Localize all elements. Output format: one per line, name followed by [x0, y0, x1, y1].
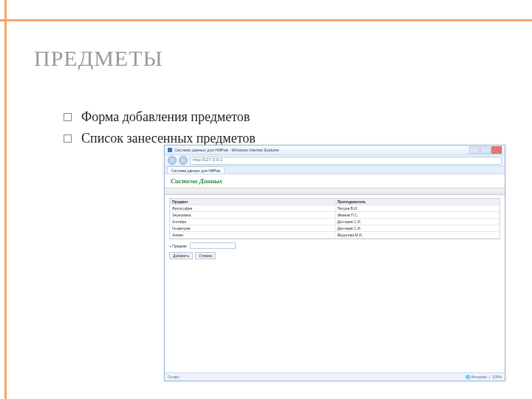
subjects-table: Предмет Преподаватель Философия Петров В… — [169, 198, 500, 239]
add-subject-form: + Предмет — [169, 242, 500, 249]
table-row: Экономика Иванов П.С. — [170, 212, 499, 219]
site-heading: Система Данных — [165, 174, 505, 188]
zoom-level: 100% — [492, 375, 502, 379]
col-header-subject: Предмет — [170, 199, 335, 205]
table-header-row: Предмет Преподаватель — [170, 199, 499, 205]
status-net: Интернет — [471, 375, 488, 379]
cell-teacher: Дегтярев С.И. — [335, 225, 500, 231]
cell-subject: Философия — [170, 205, 335, 211]
form-buttons: Добавить Отмена — [169, 252, 500, 259]
globe-icon: 🌐 — [466, 375, 470, 379]
accent-border-top — [0, 0, 532, 21]
cell-teacher: Дегтярев С.И. — [335, 219, 500, 225]
close-button[interactable] — [491, 146, 502, 154]
status-right: 🌐 Интернет | 100% — [466, 375, 502, 379]
address-bar[interactable]: http://127.0.0.1 — [190, 157, 502, 165]
window-title: Система данных для НИРов - Windows Inter… — [174, 148, 279, 152]
table-row: Химия Федотова М.И. — [170, 232, 499, 239]
col-header-teacher: Преподаватель — [335, 199, 500, 205]
submit-button[interactable]: Добавить — [169, 252, 193, 259]
cell-teacher: Иванов П.С. — [335, 212, 500, 218]
favicon-icon — [168, 148, 172, 152]
cell-subject: Алгебра — [170, 219, 335, 225]
table-row: Геометрия Дегтярев С.И. — [170, 225, 499, 232]
screenshot-browser-window: Система данных для НИРов - Windows Inter… — [164, 145, 505, 381]
form-label: + Предмет — [169, 244, 188, 248]
browser-toolbar: http://127.0.0.1 — [165, 155, 505, 166]
table-row: Алгебра Дегтярев С.И. — [170, 219, 499, 225]
browser-tab[interactable]: Система данных для НИРов — [167, 166, 225, 174]
maximize-button[interactable] — [480, 146, 491, 154]
cell-teacher: Петров В.И. — [335, 205, 500, 211]
page-content: Система Данных Предмет Преподаватель Фил… — [165, 174, 505, 372]
cell-subject: Химия — [170, 232, 335, 238]
cell-subject: Экономика — [170, 212, 335, 218]
window-controls — [469, 146, 502, 154]
subject-input[interactable] — [190, 242, 236, 249]
forward-button[interactable] — [179, 156, 188, 165]
status-left: Готово — [168, 375, 179, 379]
table-row: Философия Петров В.И. — [170, 205, 499, 212]
browser-tabbar: Система данных для НИРов — [165, 166, 505, 174]
slide-title: ПРЕДМЕТЫ — [34, 46, 163, 71]
accent-border-left — [0, 0, 7, 399]
back-button[interactable] — [168, 156, 177, 165]
window-titlebar: Система данных для НИРов - Windows Inter… — [165, 146, 505, 155]
cancel-button[interactable]: Отмена — [195, 252, 216, 259]
bullet-item: Список занесенных предметов — [64, 131, 256, 146]
cell-subject: Геометрия — [170, 225, 335, 231]
site-menu-bar[interactable] — [165, 188, 505, 195]
minimize-button[interactable] — [469, 146, 480, 154]
cell-teacher: Федотова М.И. — [335, 232, 500, 238]
browser-statusbar: Готово 🌐 Интернет | 100% — [165, 372, 505, 381]
bullet-item: Форма добавления предметов — [64, 109, 256, 125]
